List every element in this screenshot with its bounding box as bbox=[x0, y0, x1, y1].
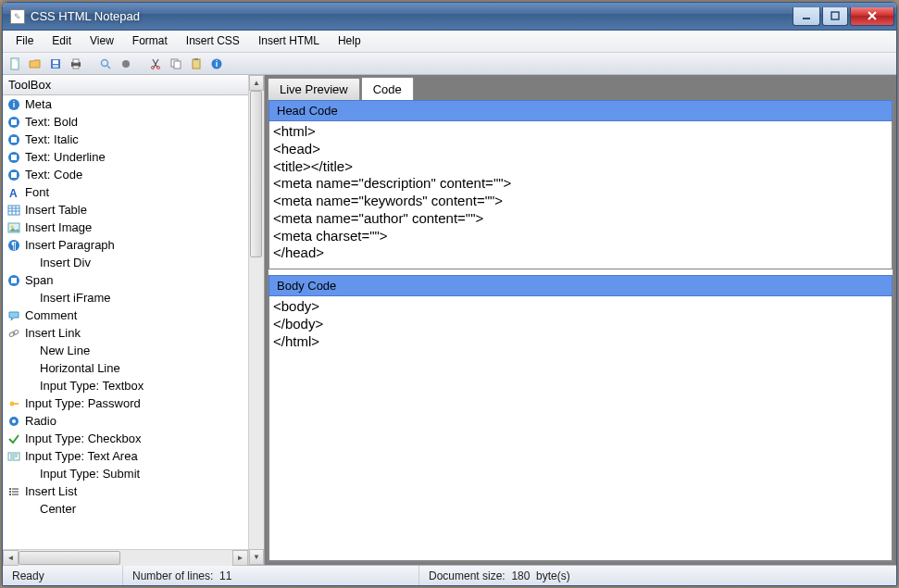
maximize-button[interactable] bbox=[822, 7, 848, 26]
hscroll-thumb[interactable] bbox=[19, 551, 120, 565]
toolbox-item[interactable]: Comment bbox=[3, 307, 248, 324]
paste-button[interactable] bbox=[188, 56, 205, 72]
toolbox-vscroll[interactable]: ▲ ▼ bbox=[248, 75, 264, 565]
toolbox-item[interactable]: Insert List bbox=[3, 482, 248, 500]
tab-code[interactable]: Code bbox=[361, 77, 414, 100]
main-panel: Live Preview Code Head Code <html> <head… bbox=[265, 75, 896, 565]
toolbox-item-label: Radio bbox=[25, 414, 56, 428]
window-title: CSS HTML Notepad bbox=[31, 9, 793, 23]
help-button[interactable]: i bbox=[208, 56, 225, 72]
svg-rect-4 bbox=[53, 60, 58, 64]
toolbox-item[interactable]: Center bbox=[3, 500, 248, 518]
svg-rect-31 bbox=[8, 206, 19, 215]
cut-button[interactable] bbox=[147, 56, 164, 72]
svg-point-43 bbox=[12, 329, 19, 334]
print-button[interactable] bbox=[68, 56, 84, 72]
toolbox-hscroll[interactable]: ◄ ► bbox=[3, 549, 248, 565]
toolbox-item[interactable]: ¶Insert Paragraph bbox=[3, 236, 248, 254]
image-icon bbox=[6, 221, 21, 234]
toolbox-item-label: Input Type: Text Area bbox=[25, 449, 138, 463]
hscroll-track[interactable] bbox=[19, 550, 232, 566]
new-file-button[interactable] bbox=[6, 56, 23, 72]
list-icon bbox=[6, 485, 21, 498]
scroll-down-button[interactable]: ▼ bbox=[249, 549, 264, 565]
toolbox-item-label: Input Type: Textbox bbox=[40, 379, 144, 393]
menubar: File Edit View Format Insert CSS Insert … bbox=[3, 31, 896, 53]
toolbox-item-label: Text: Underline bbox=[25, 150, 106, 164]
scroll-left-button[interactable]: ◄ bbox=[3, 550, 19, 566]
toolbox-item[interactable]: AFont bbox=[3, 183, 248, 201]
status-ready: Ready bbox=[3, 566, 123, 585]
toolbox-item[interactable]: Text: Bold bbox=[3, 113, 248, 131]
underline-icon bbox=[6, 151, 21, 164]
minimize-button[interactable] bbox=[793, 7, 820, 26]
menu-insert-css[interactable]: Insert CSS bbox=[177, 31, 249, 52]
toolbox-item[interactable]: New Line bbox=[3, 342, 248, 359]
toolbox-item[interactable]: Text: Italic bbox=[3, 131, 248, 148]
toolbox-item[interactable]: Text: Code bbox=[3, 166, 248, 183]
toolbox-item[interactable]: Input Type: Text Area bbox=[3, 447, 248, 465]
svg-rect-1 bbox=[831, 12, 839, 19]
toolbox-item[interactable]: Input Type: Submit bbox=[3, 465, 248, 482]
app-window: ✎ CSS HTML Notepad File Edit View Format… bbox=[2, 2, 897, 586]
vscroll-track[interactable] bbox=[249, 91, 264, 549]
menu-help[interactable]: Help bbox=[329, 31, 370, 52]
search-button[interactable] bbox=[97, 56, 114, 72]
toolbox-item[interactable]: Insert iFrame bbox=[3, 289, 248, 307]
toolbox-item-label: Input Type: Submit bbox=[40, 467, 140, 481]
copy-button[interactable] bbox=[168, 56, 184, 72]
toolbox-item[interactable]: Input Type: Textbox bbox=[3, 377, 248, 394]
check-icon bbox=[6, 432, 21, 445]
toolbox-item[interactable]: Insert Image bbox=[3, 219, 248, 236]
save-button[interactable] bbox=[47, 56, 64, 72]
svg-point-52 bbox=[9, 488, 11, 490]
menu-edit[interactable]: Edit bbox=[43, 31, 81, 52]
svg-rect-5 bbox=[53, 65, 58, 68]
toolbox-item-label: Span bbox=[25, 273, 53, 287]
svg-rect-27 bbox=[11, 155, 17, 160]
toolbox-item[interactable]: iMeta bbox=[3, 95, 248, 113]
head-code-editor[interactable]: <html> <head> <title></title> <meta name… bbox=[268, 121, 893, 269]
close-button[interactable] bbox=[850, 7, 894, 26]
svg-rect-41 bbox=[11, 278, 17, 283]
menu-insert-html[interactable]: Insert HTML bbox=[249, 31, 329, 52]
toolbox-item-label: Comment bbox=[25, 308, 77, 322]
toolbox-item[interactable]: Span bbox=[3, 271, 248, 289]
menu-format[interactable]: Format bbox=[123, 31, 177, 52]
body-code-editor[interactable]: <body> </body> </html> bbox=[268, 296, 893, 561]
open-folder-icon bbox=[29, 57, 42, 70]
scroll-right-button[interactable]: ► bbox=[232, 550, 248, 566]
toolbox-item-label: New Line bbox=[40, 344, 90, 357]
app-icon: ✎ bbox=[10, 9, 25, 24]
menu-file[interactable]: File bbox=[6, 31, 43, 52]
status-docsize: Document size: 180 byte(s) bbox=[419, 566, 896, 585]
comment-icon bbox=[6, 309, 21, 322]
toolbox-item[interactable]: Insert Div bbox=[3, 254, 248, 271]
status-lines: Number of lines: 11 bbox=[123, 566, 419, 585]
menu-view[interactable]: View bbox=[81, 31, 123, 52]
toolbox-item[interactable]: Input Type: Password bbox=[3, 394, 248, 412]
zoom-icon bbox=[119, 57, 132, 70]
textarea-icon bbox=[6, 450, 21, 463]
open-button[interactable] bbox=[27, 56, 44, 72]
titlebar[interactable]: ✎ CSS HTML Notepad bbox=[3, 3, 896, 31]
toolbox-item[interactable]: Text: Underline bbox=[3, 148, 248, 166]
toolbox-item[interactable]: Insert Table bbox=[3, 201, 248, 219]
toolbox-item[interactable]: Insert Link bbox=[3, 324, 248, 342]
zoom-button[interactable] bbox=[118, 56, 134, 72]
toolbox-item[interactable]: Input Type: Checkbox bbox=[3, 430, 248, 447]
svg-point-44 bbox=[10, 401, 15, 406]
svg-rect-25 bbox=[11, 137, 17, 143]
toolbox-item-label: Insert Table bbox=[25, 203, 87, 217]
vscroll-thumb[interactable] bbox=[250, 91, 262, 257]
scroll-up-button[interactable]: ▲ bbox=[249, 75, 264, 91]
svg-rect-23 bbox=[11, 119, 17, 125]
paragraph-icon: ¶ bbox=[6, 239, 21, 252]
toolbox-item[interactable]: Horizontal Line bbox=[3, 359, 248, 377]
toolbox-panel: ToolBox iMetaText: BoldText: ItalicText:… bbox=[3, 75, 265, 565]
tab-live-preview[interactable]: Live Preview bbox=[268, 78, 360, 100]
help-icon: i bbox=[210, 57, 223, 70]
toolbox-list[interactable]: iMetaText: BoldText: ItalicText: Underli… bbox=[3, 95, 248, 549]
toolbox-item[interactable]: Radio bbox=[3, 412, 248, 430]
toolbox-item-label: Insert iFrame bbox=[40, 291, 111, 305]
